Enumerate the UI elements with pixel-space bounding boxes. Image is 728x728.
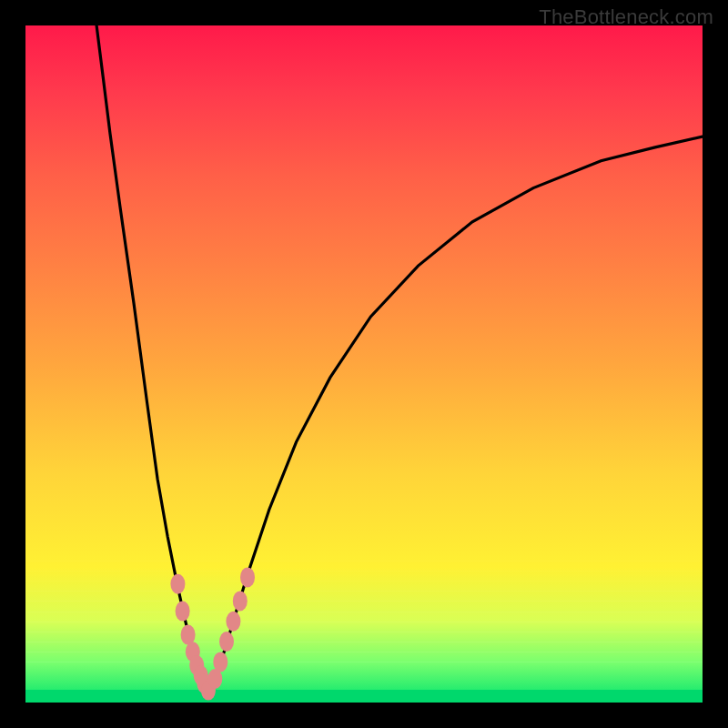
data-marker <box>240 567 255 587</box>
data-marker <box>233 591 248 611</box>
data-marker <box>213 652 228 672</box>
data-marker <box>219 632 234 652</box>
data-marker <box>226 612 240 632</box>
right-curve <box>208 136 703 694</box>
curve-layer <box>25 25 703 703</box>
plot-area <box>25 25 703 703</box>
markers <box>170 567 255 700</box>
data-marker <box>176 602 190 622</box>
data-marker <box>170 574 185 594</box>
chart-frame: TheBottleneck.com <box>0 0 728 728</box>
left-curve <box>96 25 208 694</box>
